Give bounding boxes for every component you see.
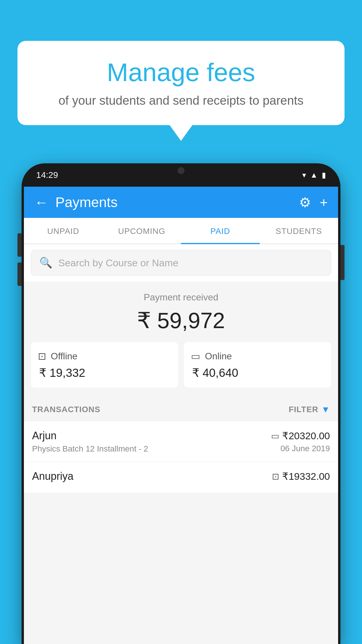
status-time: 14:29: [36, 170, 58, 180]
wifi-icon: ▾: [302, 171, 306, 180]
tab-paid[interactable]: PAID: [181, 218, 260, 244]
back-button[interactable]: ←: [34, 195, 48, 209]
transactions-header: TRANSACTIONS FILTER ▼: [24, 396, 338, 421]
transaction-left: Arjun Physics Batch 12 Installment - 2: [32, 430, 148, 454]
filter-container[interactable]: FILTER ▼: [289, 405, 330, 414]
transaction-amount-row: ⊡ ₹19332.00: [272, 470, 330, 482]
header-left: ← Payments: [34, 194, 117, 210]
phone-frame: 14:29 ▾ ▲ ▮ ← Payments ⚙ + UNPAID: [22, 163, 340, 644]
transactions-label: TRANSACTIONS: [32, 405, 100, 414]
header-right: ⚙ +: [299, 195, 328, 210]
phone-notch: [158, 163, 204, 178]
status-icons: ▾ ▲ ▮: [302, 171, 326, 180]
tab-upcoming[interactable]: UPCOMING: [103, 218, 181, 244]
speech-bubble-subtitle: of your students and send receipts to pa…: [32, 94, 330, 108]
offline-payment-card: ⊡ Offline ₹ 19,332: [31, 342, 178, 388]
offline-payment-icon: ⊡: [272, 471, 279, 482]
search-bar-container: 🔍 Search by Course or Name: [24, 244, 338, 281]
transaction-date: 06 June 2019: [271, 444, 330, 453]
power-button[interactable]: [340, 245, 345, 280]
speech-bubble: Manage fees of your students and send re…: [17, 41, 345, 125]
offline-card-header: ⊡ Offline: [38, 350, 171, 362]
volume-up-button[interactable]: [17, 233, 22, 257]
search-icon: 🔍: [39, 257, 52, 269]
volume-down-button[interactable]: [17, 262, 22, 286]
tab-unpaid[interactable]: UNPAID: [24, 218, 103, 244]
settings-icon[interactable]: ⚙: [299, 195, 311, 210]
transaction-name: Arjun: [32, 430, 148, 442]
offline-icon: ⊡: [38, 350, 46, 362]
offline-amount: ₹ 19,332: [38, 366, 171, 379]
transaction-right: ▭ ₹20320.00 06 June 2019: [271, 430, 330, 453]
online-icon: ▭: [191, 350, 200, 362]
offline-label: Offline: [51, 351, 78, 362]
payment-summary: Payment received ₹ 59,972 ⊡ Offline ₹ 19…: [24, 281, 338, 396]
battery-icon: ▮: [322, 171, 326, 180]
search-bar[interactable]: 🔍 Search by Course or Name: [31, 250, 331, 276]
phone-screen: ← Payments ⚙ + UNPAID UPCOMING PAID STUD…: [24, 187, 338, 644]
online-payment-icon: ▭: [271, 431, 279, 441]
online-amount: ₹ 40,640: [191, 366, 324, 379]
header-title: Payments: [55, 194, 117, 210]
online-card-header: ▭ Online: [191, 350, 324, 362]
phone-top-bar: 14:29 ▾ ▲ ▮: [22, 163, 340, 187]
tab-students[interactable]: STUDENTS: [260, 218, 338, 244]
camera-dot: [178, 167, 184, 174]
transaction-right: ⊡ ₹19332.00: [272, 470, 330, 484]
transaction-name: Anupriya: [32, 470, 73, 482]
signal-icon: ▲: [310, 171, 318, 180]
transaction-left: Anupriya: [32, 470, 73, 485]
transaction-amount-row: ▭ ₹20320.00: [271, 430, 330, 442]
payment-total-amount: ₹ 59,972: [31, 307, 331, 333]
payment-cards: ⊡ Offline ₹ 19,332 ▭ Online ₹ 40,640: [31, 342, 331, 388]
app-header: ← Payments ⚙ +: [24, 187, 338, 218]
table-row[interactable]: Anupriya ⊡ ₹19332.00: [24, 462, 338, 493]
transaction-detail: Physics Batch 12 Installment - 2: [32, 444, 148, 454]
online-payment-card: ▭ Online ₹ 40,640: [184, 342, 331, 388]
tabs-container: UNPAID UPCOMING PAID STUDENTS: [24, 218, 338, 244]
payment-received-label: Payment received: [31, 292, 331, 303]
speech-bubble-title: Manage fees: [32, 58, 330, 87]
transaction-amount: ₹20320.00: [282, 430, 330, 442]
add-icon[interactable]: +: [320, 195, 328, 210]
search-input[interactable]: Search by Course or Name: [58, 257, 178, 269]
transaction-amount: ₹19332.00: [282, 470, 330, 482]
transactions-list: Arjun Physics Batch 12 Installment - 2 ▭…: [24, 421, 338, 493]
table-row[interactable]: Arjun Physics Batch 12 Installment - 2 ▭…: [24, 421, 338, 462]
filter-label: FILTER: [289, 405, 318, 414]
online-label: Online: [205, 351, 232, 362]
filter-icon: ▼: [321, 405, 330, 414]
speech-bubble-container: Manage fees of your students and send re…: [17, 41, 345, 125]
